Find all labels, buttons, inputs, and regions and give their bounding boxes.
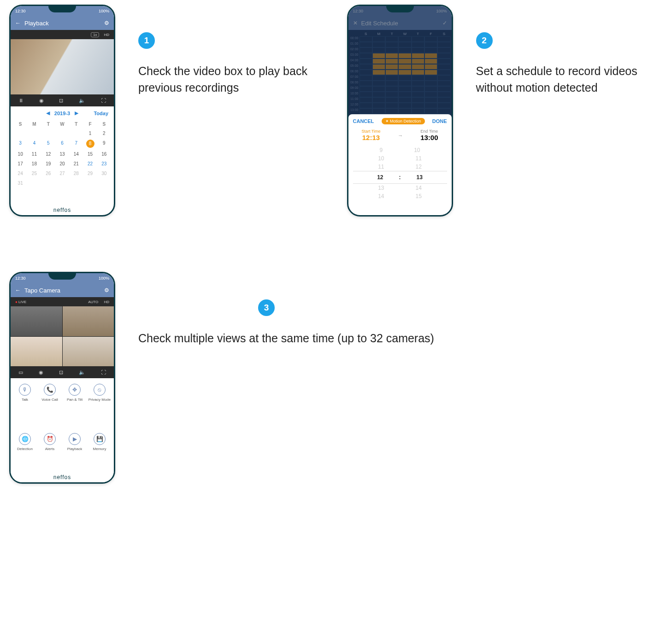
- calendar-day[interactable]: 15: [83, 149, 97, 159]
- calendar-day[interactable]: 22: [83, 159, 97, 169]
- schedule-cell[interactable]: [385, 81, 398, 86]
- schedule-cell[interactable]: [360, 59, 372, 64]
- cancel-button[interactable]: CANCEL: [353, 118, 374, 124]
- end-time[interactable]: End Time 13:00: [420, 129, 438, 141]
- schedule-cell[interactable]: [398, 47, 411, 53]
- schedule-cell[interactable]: [398, 36, 411, 42]
- schedule-cell[interactable]: [437, 75, 450, 81]
- schedule-cell[interactable]: [372, 64, 385, 70]
- calendar-day[interactable]: 21: [69, 159, 83, 169]
- schedule-cell[interactable]: [437, 64, 450, 70]
- picker-row[interactable]: 11 12: [353, 163, 447, 171]
- calendar-day[interactable]: 23: [97, 159, 111, 169]
- schedule-cell[interactable]: [437, 86, 450, 92]
- calendar-day[interactable]: 6: [55, 138, 69, 149]
- schedule-cell[interactable]: [385, 53, 398, 59]
- pause-icon[interactable]: ⏸: [18, 98, 24, 103]
- schedule-cell[interactable]: [385, 47, 398, 53]
- calendar-day[interactable]: 5: [41, 138, 55, 149]
- schedule-cell[interactable]: [385, 97, 398, 103]
- back-icon[interactable]: ←: [15, 287, 21, 293]
- schedule-cell[interactable]: [372, 75, 385, 81]
- calendar-day[interactable]: 16: [97, 149, 111, 159]
- schedule-cell[interactable]: [424, 59, 437, 64]
- schedule-cell[interactable]: [424, 42, 437, 47]
- prev-month-icon[interactable]: ◀: [46, 110, 50, 116]
- calendar-day[interactable]: 3: [13, 138, 27, 149]
- schedule-cell[interactable]: [385, 75, 398, 81]
- hd-label[interactable]: HD: [104, 33, 109, 37]
- calendar-day[interactable]: 4: [27, 138, 41, 149]
- schedule-cell[interactable]: [360, 103, 372, 108]
- schedule-cell[interactable]: [437, 108, 450, 114]
- schedule-cell[interactable]: [398, 75, 411, 81]
- schedule-cell[interactable]: [372, 47, 385, 53]
- video-preview[interactable]: [11, 39, 114, 94]
- schedule-cell[interactable]: [398, 108, 411, 114]
- calendar-day[interactable]: 12: [41, 149, 55, 159]
- speaker-icon[interactable]: 🔈: [79, 98, 85, 104]
- schedule-cell[interactable]: [360, 47, 372, 53]
- calendar-day[interactable]: 10: [13, 149, 27, 159]
- schedule-cell[interactable]: [424, 70, 437, 75]
- fullscreen-icon[interactable]: ⛶: [101, 369, 106, 375]
- schedule-cell[interactable]: [360, 86, 372, 92]
- picker-row[interactable]: 12:13: [353, 171, 447, 184]
- grid-icon[interactable]: ▭: [18, 369, 23, 375]
- camera-icon[interactable]: ◉: [39, 369, 43, 375]
- picker-row[interactable]: 9 10: [353, 146, 447, 154]
- schedule-cell[interactable]: [372, 103, 385, 108]
- start-time[interactable]: Start Time 12:13: [361, 129, 380, 141]
- schedule-cell[interactable]: [437, 53, 450, 59]
- feature-talk[interactable]: 🎙Talk: [13, 384, 36, 427]
- feature-memory[interactable]: 💾Memory: [88, 433, 111, 477]
- calendar-day[interactable]: 14: [69, 149, 83, 159]
- calendar-day[interactable]: 30: [97, 169, 111, 178]
- schedule-cell[interactable]: [412, 92, 424, 97]
- feature-voice-call[interactable]: 📞Voice Call: [38, 384, 61, 427]
- calendar-day[interactable]: 2: [97, 129, 111, 138]
- schedule-cell[interactable]: [398, 53, 411, 59]
- calendar-day[interactable]: 29: [83, 169, 97, 178]
- calendar-day[interactable]: 13: [55, 149, 69, 159]
- camera-grid[interactable]: [11, 306, 114, 366]
- calendar-day[interactable]: 7: [69, 138, 83, 149]
- motion-detection-pill[interactable]: ✦ Motion Detection: [382, 118, 425, 124]
- feature-privacy-mode[interactable]: ⦸Privacy Mode: [88, 384, 111, 427]
- schedule-cell[interactable]: [424, 97, 437, 103]
- schedule-cell[interactable]: [437, 42, 450, 47]
- schedule-cell[interactable]: [424, 81, 437, 86]
- schedule-cell[interactable]: [424, 75, 437, 81]
- schedule-cell[interactable]: [385, 42, 398, 47]
- picker-row[interactable]: 14 15: [353, 192, 447, 200]
- schedule-cell[interactable]: [412, 108, 424, 114]
- schedule-cell[interactable]: [385, 108, 398, 114]
- feature-alerts[interactable]: ⏰Alerts: [38, 433, 61, 477]
- schedule-cell[interactable]: [437, 81, 450, 86]
- schedule-cell[interactable]: [412, 64, 424, 70]
- schedule-cell[interactable]: [412, 70, 424, 75]
- schedule-cell[interactable]: [360, 108, 372, 114]
- calendar-month[interactable]: 2019-3: [54, 111, 70, 116]
- gear-icon[interactable]: ⚙: [104, 20, 109, 26]
- schedule-cell[interactable]: [424, 64, 437, 70]
- schedule-cell[interactable]: [412, 75, 424, 81]
- schedule-cell[interactable]: [372, 97, 385, 103]
- schedule-cell[interactable]: [385, 92, 398, 97]
- schedule-cell[interactable]: [424, 36, 437, 42]
- schedule-cell[interactable]: [437, 103, 450, 108]
- schedule-cell[interactable]: [398, 97, 411, 103]
- schedule-cell[interactable]: [372, 70, 385, 75]
- schedule-cell[interactable]: [372, 36, 385, 42]
- schedule-cell[interactable]: [412, 53, 424, 59]
- calendar-day[interactable]: 11: [27, 149, 41, 159]
- schedule-cell[interactable]: [412, 36, 424, 42]
- schedule-cell[interactable]: [437, 47, 450, 53]
- schedule-cell[interactable]: [412, 86, 424, 92]
- camera-tile[interactable]: [63, 306, 114, 336]
- calendar-day[interactable]: 17: [13, 159, 27, 169]
- schedule-cell[interactable]: [372, 108, 385, 114]
- speed-pill[interactable]: 1x: [91, 32, 99, 37]
- schedule-cell[interactable]: [360, 97, 372, 103]
- today-button[interactable]: Today: [94, 111, 108, 116]
